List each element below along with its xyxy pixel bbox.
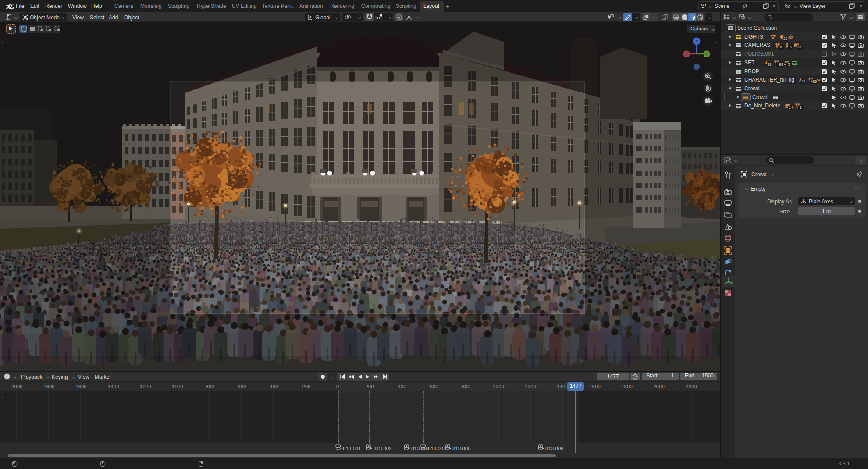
svg-text:Z: Z — [695, 39, 698, 44]
